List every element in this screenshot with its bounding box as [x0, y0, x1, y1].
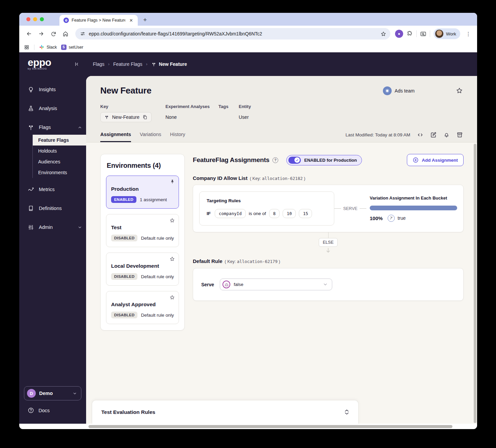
env-name: Local Development — [111, 263, 174, 269]
serve-connector: SERVE — [334, 206, 366, 211]
arrow-down-icon — [325, 247, 331, 254]
star-icon[interactable] — [169, 295, 175, 300]
sidebar-item-holdouts[interactable]: Holdouts — [33, 146, 86, 156]
env-card-analyst-approved[interactable]: Analyst Approved DISABLED Default rule o… — [106, 291, 179, 324]
code-icon[interactable] — [417, 132, 423, 138]
bell-icon[interactable] — [443, 132, 450, 138]
bookmark-star-icon[interactable] — [381, 31, 386, 37]
add-assignment-button[interactable]: Add Assignment — [407, 154, 464, 166]
workspace-name: Demo — [39, 391, 53, 396]
sidebar-item-flags[interactable]: Flags — [19, 123, 86, 131]
page-title: New Feature — [100, 85, 151, 96]
serve-variation-select[interactable]: false — [220, 279, 332, 290]
chevron-up-icon[interactable] — [78, 125, 82, 130]
flag-key-chip[interactable]: New-Feature — [100, 112, 152, 122]
home-icon[interactable] — [60, 29, 71, 39]
extensions-puzzle-icon[interactable] — [407, 31, 413, 37]
pin-icon[interactable] — [170, 179, 175, 184]
extension-badge-icon[interactable]: ● — [395, 30, 403, 38]
tab-assignments[interactable]: Assignments — [100, 130, 131, 142]
bookmark-setuser-label: setUser — [69, 45, 83, 50]
horizontal-scrollbar[interactable] — [88, 425, 452, 428]
sidebar-item-label: Analysis — [39, 106, 57, 111]
team-chip[interactable]: Ads team — [383, 86, 415, 95]
toggle-switch[interactable]: ✓ — [288, 157, 301, 164]
docs-label: Docs — [38, 408, 50, 413]
metrics-chart-icon — [28, 186, 34, 193]
expand-collapse-icon[interactable] — [344, 409, 349, 415]
browser-profile-chip[interactable]: Work — [434, 28, 460, 39]
vertical-scrollbar[interactable] — [474, 144, 476, 423]
serve-label: Serve — [201, 282, 214, 287]
sidebar-item-environments[interactable]: Environments — [33, 167, 86, 178]
reload-icon[interactable] — [48, 29, 58, 39]
browser-tab[interactable]: e Feature Flags > New Feature ✕ — [59, 15, 138, 26]
minimize-window-button[interactable] — [33, 17, 37, 21]
star-icon[interactable] — [169, 256, 175, 262]
collapse-sidebar-icon[interactable] — [74, 61, 79, 67]
url-bar[interactable]: eppo.cloud/configuration/feature-flags/1… — [75, 28, 390, 39]
flags-branch-icon — [28, 124, 34, 131]
tab-title: Feature Flags > New Feature — [72, 18, 125, 23]
tab-history[interactable]: History — [170, 130, 185, 142]
serve-value: false — [234, 282, 243, 287]
environments-title: Environments (4) — [106, 162, 179, 169]
sidebar-item-audiences[interactable]: Audiences — [33, 156, 86, 167]
sidebar-item-insights[interactable]: Insights — [19, 85, 86, 94]
bookmark-slack[interactable]: Slack — [39, 45, 57, 50]
bookmark-setuser[interactable]: S setUser — [61, 45, 83, 50]
back-icon[interactable] — [24, 29, 34, 39]
tab-variations[interactable]: Variations — [140, 130, 161, 142]
env-status-badge: DISABLED — [111, 235, 137, 241]
new-tab-button[interactable]: + — [138, 16, 152, 26]
horizontal-scrollbar-track — [19, 424, 477, 429]
tab-close-icon[interactable]: ✕ — [128, 17, 134, 24]
maximize-window-button[interactable] — [40, 17, 44, 21]
archive-icon[interactable] — [456, 132, 463, 138]
sidebar-item-analysis[interactable]: Analysis — [19, 104, 86, 112]
value-chip: 10 — [283, 209, 296, 218]
star-icon[interactable] — [169, 218, 175, 223]
setuser-icon: S — [61, 45, 67, 50]
test-evaluation-panel[interactable]: Test Evaluation Rules — [92, 400, 359, 424]
main-panel: New Feature Ads team Ke — [86, 76, 477, 424]
team-name: Ads team — [395, 88, 415, 94]
breadcrumb-feature-flags[interactable]: Feature Flags — [113, 61, 142, 67]
else-label: ELSE — [319, 238, 338, 247]
help-icon[interactable]: ? — [272, 157, 278, 163]
workspace-switcher[interactable]: D Demo — [24, 386, 81, 400]
env-card-production[interactable]: Production ENABLED 1 assignment — [106, 176, 179, 209]
sidebar-item-metrics[interactable]: Metrics — [19, 185, 86, 193]
chevron-down-icon — [323, 282, 328, 287]
breadcrumb-current: New Feature — [151, 61, 187, 67]
flags-submenu: Feature Flags Holdouts Audiences Environ… — [32, 135, 86, 178]
sidebar-item-label: Definitions — [39, 206, 62, 211]
env-card-test[interactable]: Test DISABLED Default rule only — [106, 214, 179, 247]
experiments-label: Experiment Analyses — [165, 104, 218, 109]
sidebar-item-docs[interactable]: Docs — [19, 407, 86, 424]
enabled-toggle[interactable]: ✓ ENABLED for Production — [286, 155, 362, 165]
favorite-star-icon[interactable] — [456, 87, 463, 94]
edit-icon[interactable] — [430, 132, 437, 138]
sidebar-item-admin[interactable]: Admin — [19, 223, 86, 231]
browser-menu-icon[interactable]: ⋮ — [464, 31, 473, 37]
chevron-down-icon[interactable] — [78, 225, 82, 230]
close-window-button[interactable] — [26, 17, 30, 21]
copy-icon[interactable] — [142, 115, 148, 120]
sidebar-item-feature-flags[interactable]: Feature Flags — [33, 135, 86, 146]
help-circle-icon — [28, 407, 34, 414]
workspace-avatar: D — [27, 389, 36, 398]
sidebar-item-definitions[interactable]: Definitions — [19, 204, 86, 212]
bookmark-slack-label: Slack — [47, 45, 57, 50]
env-card-local-development[interactable]: Local Development DISABLED Default rule … — [106, 253, 179, 286]
apps-grid-icon[interactable] — [24, 45, 29, 50]
flag-branch-icon — [104, 115, 109, 120]
bucket-bar — [370, 206, 457, 210]
assignments-column: FeatureFlag Assignments ? ✓ ENABLED for … — [193, 154, 464, 424]
bucket-title: Variation Assignment In Each Bucket — [370, 195, 457, 201]
site-settings-icon[interactable] — [80, 31, 85, 36]
browser-window: e Feature Flags > New Feature ✕ + eppo.c… — [19, 13, 477, 429]
breadcrumb-flags[interactable]: Flags — [93, 61, 104, 67]
forward-icon[interactable] — [36, 29, 46, 39]
side-panel-search-icon[interactable] — [420, 31, 426, 37]
